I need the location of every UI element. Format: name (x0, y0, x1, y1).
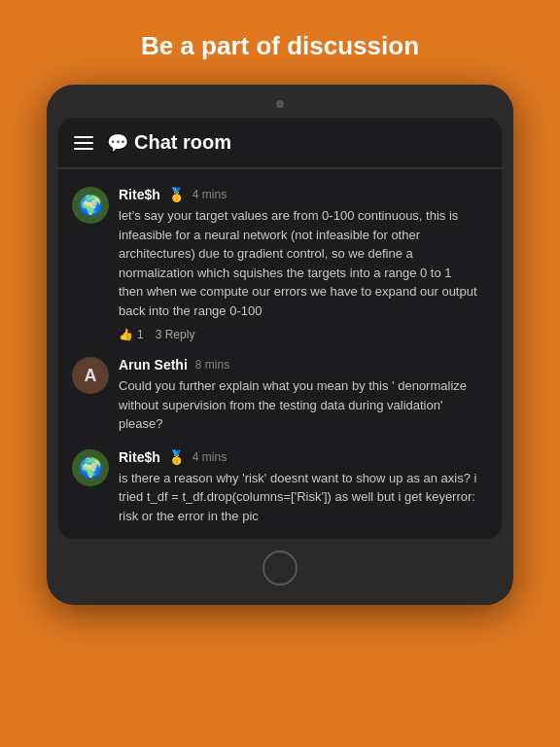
avatar: A (72, 357, 109, 394)
avatar-emoji: 🌍 (79, 194, 103, 217)
message-item: A Arun Sethi 8 mins Could you further ex… (72, 357, 488, 434)
author-badge: 🥇 (168, 449, 185, 465)
message-time: 8 mins (195, 358, 229, 372)
header-divider (58, 168, 502, 169)
message-item: 🌍 Rite$h 🥇 4 mins let's say your target … (72, 187, 488, 341)
message-text: is there a reason why 'risk' doesnt want… (119, 469, 488, 526)
message-time: 4 mins (192, 450, 227, 464)
message-content: Rite$h 🥇 4 mins let's say your target va… (119, 187, 488, 341)
message-item: 🌍 Rite$h 🥇 4 mins is there a reason why … (72, 449, 488, 526)
message-author: Rite$h (119, 187, 160, 202)
avatar-emoji: 🌍 (79, 456, 103, 480)
tablet-camera (276, 100, 284, 108)
message-meta: Arun Sethi 8 mins (119, 357, 488, 373)
like-button[interactable]: 👍 1 (119, 328, 144, 341)
page-header: Be a part of discussion (0, 0, 560, 85)
like-icon: 👍 (119, 328, 133, 341)
message-meta: Rite$h 🥇 4 mins (119, 449, 488, 465)
reply-button[interactable]: 3 Reply (156, 328, 195, 341)
message-actions: 👍 1 3 Reply (119, 328, 488, 341)
message-content: Rite$h 🥇 4 mins is there a reason why 'r… (119, 449, 488, 526)
chat-room-title: 💬 Chat room (107, 131, 231, 154)
hamburger-menu-button[interactable] (74, 136, 93, 150)
tablet-screen: 💬 Chat room 🌍 Rite$h 🥇 4 mins let's say … (58, 118, 502, 539)
message-text: Could you further explain what you mean … (119, 376, 488, 434)
message-author: Rite$h (119, 449, 160, 465)
message-content: Arun Sethi 8 mins Could you further expl… (119, 357, 488, 434)
message-author: Arun Sethi (119, 357, 188, 373)
avatar: 🌍 (72, 449, 109, 486)
tablet-device: 💬 Chat room 🌍 Rite$h 🥇 4 mins let's say … (47, 85, 513, 605)
app-header: 💬 Chat room (58, 118, 502, 168)
avatar: 🌍 (72, 187, 109, 224)
message-meta: Rite$h 🥇 4 mins (119, 187, 488, 202)
chat-room-title-text: Chat room (134, 131, 231, 154)
like-count: 1 (137, 328, 144, 341)
page-title: Be a part of discussion (141, 31, 419, 61)
author-badge: 🥇 (168, 187, 185, 202)
avatar-letter: A (85, 366, 97, 386)
chat-icon: 💬 (107, 132, 128, 154)
message-text: let's say your target values are from 0-… (119, 206, 488, 320)
tablet-home-button[interactable] (262, 551, 298, 586)
messages-list: 🌍 Rite$h 🥇 4 mins let's say your target … (58, 173, 502, 539)
message-time: 4 mins (192, 188, 227, 201)
